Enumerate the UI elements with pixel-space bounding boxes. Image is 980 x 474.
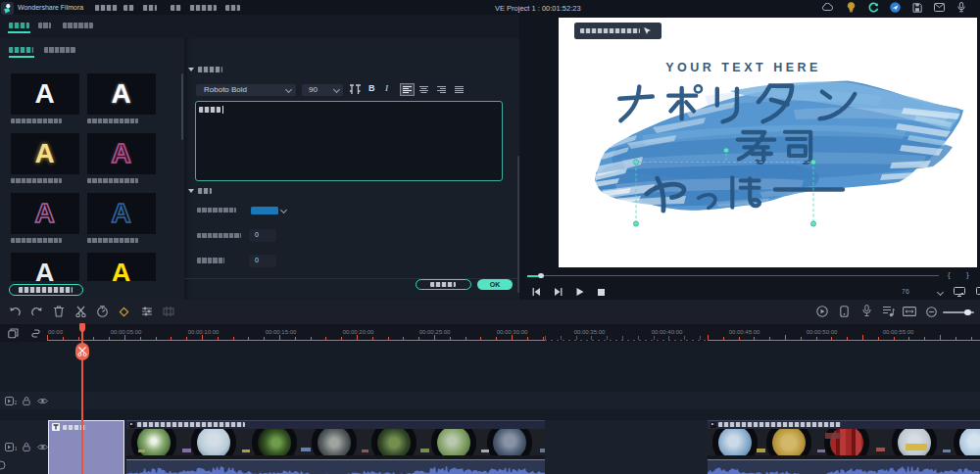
svg-text:2: 2 [15, 400, 18, 405]
svg-text:1: 1 [15, 446, 18, 451]
